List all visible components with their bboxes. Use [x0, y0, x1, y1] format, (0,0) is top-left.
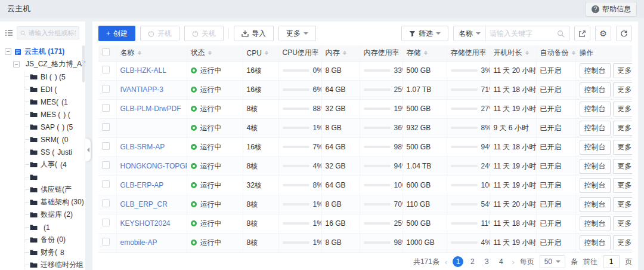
page-number[interactable]: 4	[496, 256, 506, 267]
tree-group-item[interactable]: SRM( (0	[25, 133, 85, 146]
tree-group-item[interactable]: MES ( ) (	[25, 108, 85, 121]
next-page-icon[interactable]: ›	[512, 257, 514, 266]
console-button[interactable]: 控制台	[580, 102, 611, 116]
more-actions-button[interactable]: 更多	[278, 26, 316, 41]
row-more-button[interactable]: 更多	[613, 178, 633, 193]
console-button[interactable]: 控制台	[580, 159, 611, 174]
column-header[interactable]: 名称	[116, 45, 187, 61]
filter-button[interactable]: 筛选	[401, 26, 448, 41]
vm-name-link[interactable]: GLB-ERP-AP	[120, 181, 183, 189]
settings-button[interactable]: ⚙	[595, 26, 611, 41]
column-header[interactable]: 存储	[402, 45, 447, 61]
tree-group-item[interactable]: SAP ( ) (5	[25, 121, 85, 133]
tree-group-item[interactable]: (1	[25, 221, 85, 234]
sidebar-collapse-handle[interactable]	[85, 139, 91, 161]
tree-group-item[interactable]: MES( (1	[25, 96, 85, 108]
column-header[interactable]: 内存	[321, 45, 360, 61]
row-checkbox[interactable]	[102, 104, 110, 112]
create-button[interactable]: + 创建	[98, 26, 135, 41]
tree-group-item[interactable]: 人事( (4	[25, 158, 85, 171]
tree-group-item[interactable]: 迁移临时分组 (	[25, 259, 85, 270]
sidebar-scrollbar-thumb[interactable]	[82, 45, 85, 82]
sort-icon[interactable]	[525, 49, 529, 57]
goto-page-input[interactable]	[603, 255, 620, 268]
vm-name-link[interactable]: GLB-SRM-AP	[120, 143, 183, 151]
row-more-button[interactable]: 更多	[613, 63, 633, 78]
search-field-select[interactable]: 名称	[454, 26, 486, 41]
column-header[interactable]: 存储使用率	[447, 45, 490, 61]
vm-name-link[interactable]: HONGKONG-TOPGP-APDB	[120, 162, 183, 170]
export-button[interactable]	[574, 26, 590, 41]
tree-group-item[interactable]: 备份 (0)	[25, 234, 85, 246]
vm-name-link[interactable]: emobile-AP	[120, 238, 183, 247]
page-size-select[interactable]: 50	[540, 255, 565, 268]
tree-group-item[interactable]: 基础架构 (30)	[25, 196, 85, 208]
select-all-checkbox[interactable]	[102, 48, 110, 56]
sort-icon[interactable]	[265, 49, 268, 57]
vm-name-link[interactable]: GLB-HZK-ALL	[120, 66, 183, 75]
tree-group-item[interactable]	[25, 171, 85, 183]
prev-page-icon[interactable]: ‹	[445, 257, 447, 266]
row-checkbox[interactable]	[102, 219, 110, 226]
vm-name-link[interactable]: IVANTIAPP-3	[120, 85, 183, 94]
vm-name-link[interactable]: GLB_ERP_CR	[120, 200, 183, 208]
sort-icon[interactable]	[208, 49, 212, 57]
row-checkbox[interactable]	[102, 66, 110, 73]
column-header[interactable]: 状态	[187, 45, 243, 61]
column-header[interactable]: 开机时长	[490, 45, 536, 61]
row-more-button[interactable]: 更多	[613, 121, 633, 136]
row-more-button[interactable]: 更多	[613, 159, 633, 174]
console-button[interactable]: 控制台	[580, 216, 611, 231]
row-checkbox[interactable]	[102, 180, 110, 188]
row-more-button[interactable]: 更多	[613, 82, 633, 97]
row-checkbox[interactable]	[102, 161, 110, 169]
tree-group-item[interactable]: EDI (	[25, 83, 85, 96]
tree-group-item[interactable]: 供应链(产	[25, 183, 85, 196]
console-button[interactable]: 控制台	[580, 178, 611, 193]
row-more-button[interactable]: 更多	[613, 102, 633, 116]
row-checkbox[interactable]	[102, 142, 110, 150]
sort-icon[interactable]	[572, 49, 575, 57]
console-button[interactable]: 控制台	[580, 235, 611, 250]
console-button[interactable]: 控制台	[580, 121, 611, 136]
console-button[interactable]: 控制台	[580, 140, 611, 155]
collapse-icon[interactable]	[13, 61, 20, 68]
page-number[interactable]: 2	[467, 256, 478, 267]
row-checkbox[interactable]	[102, 238, 110, 246]
tree-root-cloud-hosts[interactable]: 云主机 (171)	[5, 45, 85, 58]
tree-group-item[interactable]: SS ( Justi	[25, 146, 85, 158]
keyword-search-input[interactable]	[486, 29, 557, 38]
import-button[interactable]: 导入	[234, 26, 274, 41]
tree-group-item[interactable]: 财务( 8	[25, 246, 85, 259]
tree-group-item[interactable]: 数据库 (2)	[25, 208, 85, 221]
column-header[interactable]: CPU使用率	[278, 45, 321, 61]
power-off-button[interactable]: 关机	[184, 26, 224, 41]
page-number[interactable]: 1	[453, 256, 463, 267]
vm-name-link[interactable]: GLB-PLM-DrwPDF	[120, 105, 183, 113]
search-icon[interactable]	[557, 30, 565, 38]
tree-group-item[interactable]: BI ( ) (5	[25, 70, 85, 83]
console-button[interactable]: 控制台	[580, 82, 611, 97]
collapse-icon[interactable]	[5, 48, 11, 55]
console-button[interactable]: 控制台	[580, 63, 611, 78]
tree-view-toggle-icon[interactable]	[5, 29, 13, 37]
page-number[interactable]: 3	[481, 256, 492, 267]
refresh-button[interactable]	[616, 26, 632, 41]
column-header[interactable]: 内存使用率	[360, 45, 402, 61]
row-more-button[interactable]: 更多	[613, 140, 633, 155]
column-header[interactable]: 自动备份	[536, 45, 575, 61]
sort-icon[interactable]	[138, 49, 141, 57]
column-header[interactable]: CPU	[243, 45, 278, 61]
row-checkbox[interactable]	[102, 123, 110, 131]
row-more-button[interactable]: 更多	[613, 197, 633, 212]
vm-name-link[interactable]: KEYSHOT2024	[120, 219, 183, 228]
sort-icon[interactable]	[424, 49, 428, 57]
tree-zone-node[interactable]: JS_CZ_格力博_AZ1 (	[13, 58, 85, 70]
row-checkbox[interactable]	[102, 85, 110, 93]
sort-icon[interactable]	[343, 49, 346, 57]
row-more-button[interactable]: 更多	[613, 235, 633, 250]
column-header[interactable]: 操作	[575, 45, 632, 61]
power-on-button[interactable]: 开机	[140, 26, 179, 41]
group-search-input[interactable]	[28, 29, 76, 36]
row-checkbox[interactable]	[102, 200, 110, 207]
